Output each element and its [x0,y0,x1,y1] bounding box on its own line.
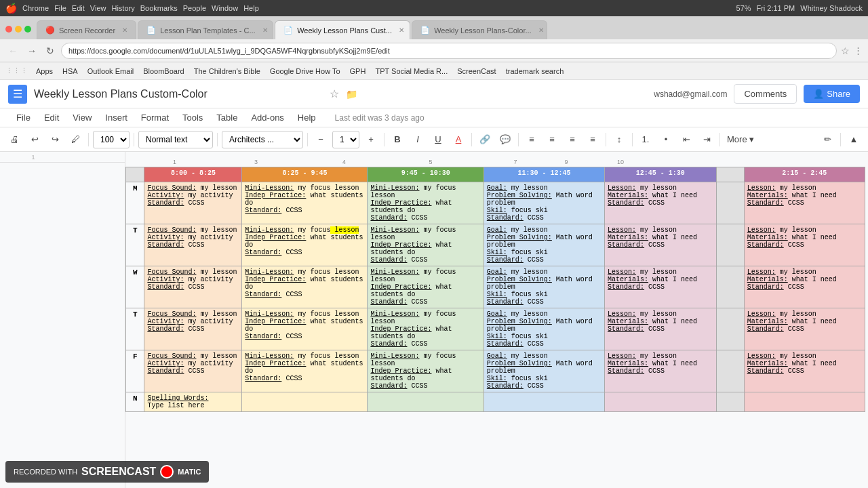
menu-edit[interactable]: Edit [39,110,64,125]
share-button[interactable]: 👤 Share [804,85,860,103]
cell-t-2[interactable]: Mini-Lesson: my focus lesson Indep Pract… [242,224,368,266]
cell-w-4[interactable]: Goal: my lesson Problem Solving: Math wo… [484,266,604,308]
bookmarks-menu[interactable]: Bookmarks [140,4,178,12]
align-center-button[interactable]: ≡ [543,131,561,148]
cell-w-3[interactable]: Mini-Lesson: my focus lesson Indep Pract… [368,266,484,308]
menu-tools[interactable]: Tools [177,110,208,125]
edit-mode-button[interactable]: ✏ [818,131,836,148]
close-button[interactable] [5,26,12,33]
minimize-button[interactable] [15,26,22,33]
redo-button[interactable]: ↪ [46,131,64,148]
cell-th-1[interactable]: Focus Sound: my lesson Activity: my acti… [144,308,242,350]
menu-file[interactable]: File [11,110,36,125]
cell-f-4[interactable]: Goal: my lesson Problem Solving: Math wo… [484,350,604,392]
bookmark-tpt[interactable]: TPT Social Media R... [371,66,452,77]
menu-insert[interactable]: Insert [100,110,133,125]
cell-t-3[interactable]: Mini-Lesson: my focus lesson Indep Pract… [368,224,484,266]
spelling-words-cell[interactable]: Spelling Words: Type list here [144,392,242,412]
close-icon[interactable]: ✕ [262,26,268,34]
paint-format-button[interactable]: 🖊 [66,131,84,148]
cell-th-4[interactable]: Goal: my lesson Problem Solving: Math wo… [484,308,604,350]
font-size-select[interactable]: 10 [332,131,359,148]
bookmark-gph[interactable]: GPH [346,66,370,77]
menu-format[interactable]: Format [136,110,174,125]
comments-button[interactable]: Comments [734,84,797,104]
cell-m-2[interactable]: Mini-Lesson: my focus lesson Indep Pract… [242,182,368,224]
align-left-button[interactable]: ≡ [523,131,540,148]
tab-screen-recorder[interactable]: 🔴 Screen Recorder ✕ [37,20,136,39]
menu-help[interactable]: Help [292,110,321,125]
cell-f-3[interactable]: Mini-Lesson: my focus lesson Indep Pract… [368,350,484,392]
underline-button[interactable]: U [429,131,447,148]
cell-w-5[interactable]: Lesson: my lesson Materials: what I need… [605,266,717,308]
cell-w-1[interactable]: Focus Sound: my lesson Activity: my acti… [144,266,242,308]
cell-w-2[interactable]: Mini-Lesson: my focus lesson Indep Pract… [242,266,368,308]
justify-button[interactable]: ≡ [584,131,601,148]
back-button[interactable]: ← [5,44,20,58]
collapse-toolbar-button[interactable]: ▲ [845,131,863,148]
italic-button[interactable]: I [409,131,427,148]
cell-th-5[interactable]: Lesson: my lesson Materials: what I need… [605,308,717,350]
print-button[interactable]: 🖨 [5,131,23,148]
tab-weekly-lesson-color[interactable]: 📄 Weekly Lesson Plans-Color... ✕ [412,20,547,39]
text-color-button[interactable]: A [450,131,467,148]
menu-view[interactable]: View [67,110,97,125]
bookmark-trademark[interactable]: trademark search [502,66,568,77]
align-right-button[interactable]: ≡ [564,131,581,148]
apple-icon[interactable]: 🍎 [5,3,17,14]
tab-weekly-lesson-plans[interactable]: 📄 Weekly Lesson Plans Cust... ✕ [275,20,410,39]
favorite-star-icon[interactable]: ☆ [330,87,339,100]
more-button[interactable]: More ▾ [724,131,757,148]
insert-comment-button[interactable]: 💬 [496,131,514,148]
bookmark-star-icon[interactable]: ☆ [841,45,850,56]
forward-button[interactable]: → [24,44,39,58]
cell-th-2[interactable]: Mini-Lesson: my focus lesson Indep Pract… [242,308,368,350]
close-icon[interactable]: ✕ [122,26,127,34]
undo-button[interactable]: ↩ [26,131,43,148]
zoom-select[interactable]: 100% [93,131,130,148]
bookmark-screencast[interactable]: ScreenCast [453,66,500,77]
view-menu[interactable]: View [90,4,106,12]
numbered-list-button[interactable]: 1. [637,131,654,148]
cell-f-5[interactable]: Lesson: my lesson Materials: what I need… [605,350,717,392]
font-size-decrease-button[interactable]: − [312,131,330,148]
line-spacing-button[interactable]: ↕ [610,131,628,148]
cell-t-4[interactable]: Goal: my lesson Problem Solving: Math wo… [484,224,604,266]
cell-t-5[interactable]: Lesson: my lesson Materials: what I need… [605,224,717,266]
bold-button[interactable]: B [389,131,406,148]
font-size-increase-button[interactable]: + [362,131,380,148]
cell-w-6[interactable]: Lesson: my lesson Materials: what I need… [744,266,865,308]
font-select[interactable]: Architects ... [222,131,303,148]
more-icon[interactable]: ⋮ [854,45,863,56]
bullet-list-button[interactable]: • [657,131,675,148]
cell-t-6[interactable]: Lesson: my lesson Materials: what I need… [744,224,865,266]
cell-t-1[interactable]: Focus Sound: my lesson Activity: my acti… [144,224,242,266]
increase-indent-button[interactable]: ⇥ [698,131,715,148]
close-icon[interactable]: ✕ [399,26,404,34]
cell-m-4[interactable]: Goal: my lesson Problem Solving: Math wo… [484,182,604,224]
menu-table[interactable]: Table [211,110,243,125]
cell-m-1[interactable]: Focus Sound: my lesson Activity: my acti… [144,182,242,224]
bookmark-google-drive[interactable]: Google Drive How To [266,66,344,77]
paragraph-style-select[interactable]: Normal text [138,131,213,148]
cell-f-1[interactable]: Focus Sound: my lesson Activity: my acti… [144,350,242,392]
history-menu[interactable]: History [111,4,134,12]
bookmark-childrens-bible[interactable]: The Children's Bible [190,66,264,77]
cell-m-3[interactable]: Mini-Lesson: my focus lesson Indep Pract… [368,182,484,224]
bookmark-hsa[interactable]: HSA [58,66,82,77]
window-menu[interactable]: Window [212,4,238,12]
people-menu[interactable]: People [183,4,206,12]
edit-menu[interactable]: Edit [72,4,85,12]
cell-f-2[interactable]: Mini-Lesson: my focus lesson Indep Pract… [242,350,368,392]
refresh-button[interactable]: ↻ [43,44,57,58]
bookmark-outlook[interactable]: Outlook Email [83,66,138,77]
hamburger-menu-icon[interactable]: ☰ [8,85,27,104]
url-input[interactable] [61,43,837,59]
folder-icon[interactable]: 📁 [346,89,357,100]
bookmark-apps[interactable]: Apps [32,66,57,77]
cell-th-3[interactable]: Mini-Lesson: my focus lesson Indep Pract… [368,308,484,350]
cell-th-6[interactable]: Lesson: my lesson Materials: what I need… [744,308,865,350]
cell-m-6[interactable]: Lesson: my lesson Materials: what I need… [744,182,865,224]
decrease-indent-button[interactable]: ⇤ [677,131,695,148]
cell-f-6[interactable]: Lesson: my lesson Materials: what I need… [744,350,865,392]
